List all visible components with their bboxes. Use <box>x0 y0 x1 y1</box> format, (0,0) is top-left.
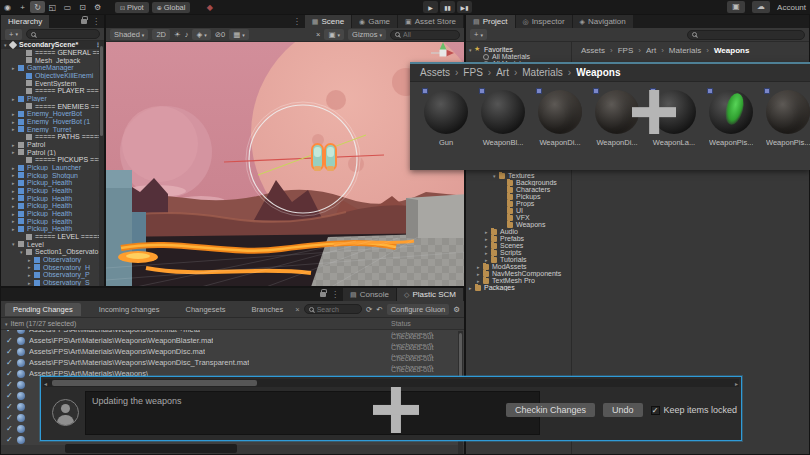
project-panel-tab[interactable]: ◎ Inspector <box>516 15 572 28</box>
project-search[interactable] <box>687 30 805 40</box>
draw-mode-dropdown[interactable]: Shaded▾ <box>110 29 148 40</box>
breadcrumb-segment[interactable]: Materials <box>669 46 714 55</box>
lock-icon[interactable] <box>81 19 87 24</box>
scene-search[interactable] <box>390 30 460 40</box>
menu-icon[interactable]: ⋮ <box>331 290 339 299</box>
breadcrumb-segment[interactable]: Weapons <box>576 67 630 78</box>
breadcrumb-segment[interactable]: Art <box>646 46 669 55</box>
hierarchy-item[interactable]: ▸ Pickup_Health › <box>1 202 104 210</box>
transform-tool-icon[interactable]: ⊡ <box>75 1 90 13</box>
scrollbar-thumb[interactable] <box>52 380 257 386</box>
undo-button[interactable]: Undo <box>603 403 643 417</box>
collapse-icon[interactable]: ▾ <box>5 321 8 327</box>
breadcrumb-segment[interactable]: FPS <box>618 46 646 55</box>
hierarchy-item[interactable]: ===== ENEMIES === <box>1 102 104 110</box>
material-thumbnail[interactable]: WeaponPis... <box>709 90 753 147</box>
hierarchy-item[interactable]: ▸ Pickup_Launcher › <box>1 164 104 172</box>
folder-item[interactable]: ▸ Prefabs <box>466 235 606 242</box>
folder-item[interactable]: UI <box>466 207 606 214</box>
hierarchy-item[interactable]: ▸ GameManager › <box>1 64 104 72</box>
checkbox-checked-icon[interactable]: ✓ <box>6 391 17 400</box>
checkbox-checked-icon[interactable]: ✓ <box>6 435 17 444</box>
hidden-objects-icon[interactable]: ⊘0 <box>215 30 225 39</box>
favorites-item[interactable]: ▾ Favorites <box>466 46 570 53</box>
account-button[interactable]: Account <box>777 3 806 12</box>
scm-subtab[interactable]: Pending Changes <box>5 303 81 316</box>
folder-item[interactable]: ▸ Tutorials <box>466 256 606 263</box>
checkbox-checked-icon[interactable]: ✓ <box>6 347 17 356</box>
hierarchy-item[interactable]: ===== PLAYER ==== <box>1 87 104 95</box>
rect-tool-icon[interactable]: ▭ <box>60 1 75 13</box>
hierarchy-item[interactable]: ▸ Observatory_S › <box>1 279 104 287</box>
hierarchy-item[interactable]: ▸ Pickup_Shotgun › <box>1 171 104 179</box>
hierarchy-item[interactable]: ▸ Pickup_Health › <box>1 179 104 187</box>
folder-item[interactable]: ▸ TextMesh Pro <box>466 277 606 284</box>
folder-item[interactable]: Props <box>466 200 606 207</box>
folder-item[interactable]: Pickups <box>466 193 606 200</box>
hierarchy-item[interactable]: ▸ Observatory_ › <box>1 256 104 264</box>
scene-tools-icon[interactable]: × <box>316 30 320 39</box>
project-panel-tab[interactable]: ▤ Project <box>466 15 515 28</box>
hierarchy-item[interactable]: ▸ Patrol <box>1 141 104 149</box>
bottom-panel-tab[interactable]: ◇ Plastic SCM <box>397 288 463 301</box>
material-thumbnail[interactable]: WeaponBl... <box>481 90 525 147</box>
project-panel-tab[interactable]: ◈ Navigation <box>573 15 633 28</box>
checkbox-checked-icon[interactable]: ✓ <box>6 402 17 411</box>
create-asset-button[interactable]: +▾ <box>470 29 487 40</box>
material-thumbnail[interactable]: Gun <box>424 90 468 147</box>
hierarchy-item[interactable]: ▸ Pickup_Health › <box>1 194 104 202</box>
audio-toggle-icon[interactable]: ♪ <box>185 30 189 39</box>
breadcrumb-segment[interactable]: Assets <box>581 46 618 55</box>
hierarchy-search[interactable] <box>26 29 100 39</box>
gear-icon[interactable]: ⚙ <box>453 305 460 314</box>
file-list-header[interactable]: ▾ Item (17/27 selected) Status <box>1 318 464 330</box>
folder-item[interactable]: ▸ Scenes <box>466 242 606 249</box>
favorites-item[interactable]: All Materials <box>466 53 570 60</box>
camera-dropdown[interactable]: ▣▾ <box>324 29 344 40</box>
breadcrumb-segment[interactable]: Assets <box>420 67 463 78</box>
move-tool-icon[interactable]: + <box>15 1 30 13</box>
close-icon[interactable]: × <box>295 305 299 314</box>
folder-item[interactable]: Characters <box>466 186 606 193</box>
cloud-icon[interactable]: ☁ <box>752 1 770 13</box>
scm-subtab[interactable]: Changesets <box>178 303 234 316</box>
breadcrumb-segment[interactable]: Weapons <box>714 46 759 55</box>
hierarchy-item[interactable]: ▸ Enemy_HoverBot › <box>1 110 104 118</box>
checkbox-checked-icon[interactable]: ✓ <box>6 330 17 334</box>
menu-icon[interactable]: ⋮ <box>293 17 301 26</box>
undo-icon[interactable]: ↶ <box>376 305 382 314</box>
2d-toggle[interactable]: 2D <box>152 29 170 40</box>
hierarchy-scrollbar[interactable] <box>99 42 104 287</box>
scale-tool-icon[interactable]: ◱ <box>45 1 60 13</box>
global-button[interactable]: ⊕Global <box>152 2 191 13</box>
hierarchy-item[interactable]: ▸ Observatory_P › <box>1 271 104 279</box>
breadcrumb-segment[interactable]: FPS <box>463 67 496 78</box>
hierarchy-item[interactable]: ▸ Patrol (1) <box>1 148 104 156</box>
material-thumbnail[interactable]: WeaponPis... <box>766 90 810 147</box>
scm-subtab[interactable]: Branches <box>244 303 292 316</box>
folder-item[interactable]: Weapons <box>466 221 606 228</box>
scene-view-tab[interactable]: ◉ Game <box>352 15 397 28</box>
tab-hierarchy[interactable]: Hierarchy <box>1 15 49 28</box>
checkbox-checked-icon[interactable]: ✓ <box>6 413 17 422</box>
play-button[interactable]: ▶ <box>423 1 438 13</box>
lighting-toggle-icon[interactable]: ☀ <box>174 30 181 39</box>
checkbox-checked-icon[interactable]: ✓ <box>6 336 17 345</box>
hierarchy-item[interactable]: ▸ Enemy_Turret › <box>1 125 104 133</box>
checkbox-checked-icon[interactable]: ✓ <box>6 358 17 367</box>
folder-item[interactable]: ▸ ModAssets <box>466 263 606 270</box>
hierarchy-item[interactable]: ▾ SecondaryScene* ⋮ <box>1 41 104 49</box>
collab-toolbar-icon[interactable]: ▣ <box>727 1 745 13</box>
hierarchy-item[interactable]: ▾ Level <box>1 240 104 248</box>
pause-button[interactable]: ▮▮ <box>440 1 455 13</box>
hierarchy-item[interactable]: ▸ Player › <box>1 95 104 103</box>
checkin-changes-button[interactable]: Checkin Changes <box>506 403 595 417</box>
folder-item[interactable]: ▾ Textures <box>466 172 606 179</box>
hierarchy-item[interactable]: ▸ Pickup_Health › <box>1 210 104 218</box>
hierarchy-item[interactable]: ▸ Enemy_HoverBot (1 › <box>1 118 104 126</box>
hierarchy-item[interactable]: ===== GENERAL === <box>1 49 104 57</box>
folder-item[interactable]: ▸ NavMeshComponents <box>466 270 606 277</box>
breadcrumb-segment[interactable]: Art <box>496 67 522 78</box>
folder-item[interactable]: Backgrounds <box>466 179 606 186</box>
scm-search[interactable] <box>304 304 362 314</box>
